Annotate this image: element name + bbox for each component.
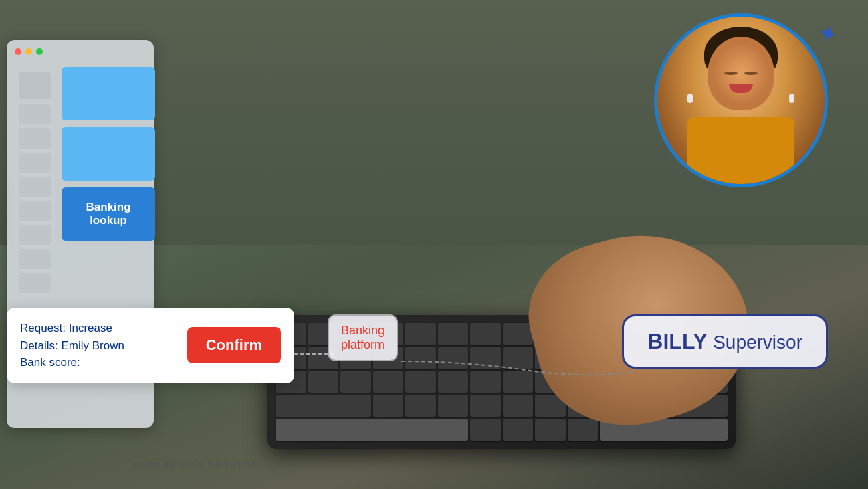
avatar-face <box>708 37 774 110</box>
banking-platform-bubble: Banking platform <box>328 314 398 361</box>
billy-supervisor-box: BILLY Supervisor <box>622 314 828 369</box>
connector-line-2 <box>401 334 635 388</box>
info-panel: Request: Increase Details: Emily Brown B… <box>7 308 294 383</box>
main-content: Banking lookup <box>62 67 155 248</box>
blue-block-2 <box>62 127 155 181</box>
billy-name: BILLY Supervisor <box>647 330 802 353</box>
details-text: Details: Emily Brown <box>20 337 177 355</box>
banking-platform-label: Banking platform <box>341 324 385 351</box>
dot-yellow <box>25 48 32 55</box>
info-text: Request: Increase Details: Emily Brown B… <box>20 320 177 371</box>
blue-block-1 <box>62 67 155 120</box>
supervisor-desktop-label: SUPERVISOR DESKTOP <box>134 460 259 470</box>
billy-role-inline: Supervisor <box>713 332 802 353</box>
avatar-shirt <box>687 117 794 184</box>
dot-green <box>36 48 43 55</box>
billy-name-text: BILLY <box>647 329 707 353</box>
avatar-circle <box>654 13 828 187</box>
window-controls <box>15 48 146 55</box>
bank-score-text: Bank score: <box>20 354 177 371</box>
confirm-button[interactable]: Confirm <box>187 327 281 363</box>
dot-red <box>15 48 21 55</box>
sidebar <box>15 67 55 348</box>
banking-lookup-block[interactable]: Banking lookup <box>62 187 155 241</box>
avatar-photo <box>657 17 825 184</box>
request-text: Request: Increase <box>20 320 177 337</box>
